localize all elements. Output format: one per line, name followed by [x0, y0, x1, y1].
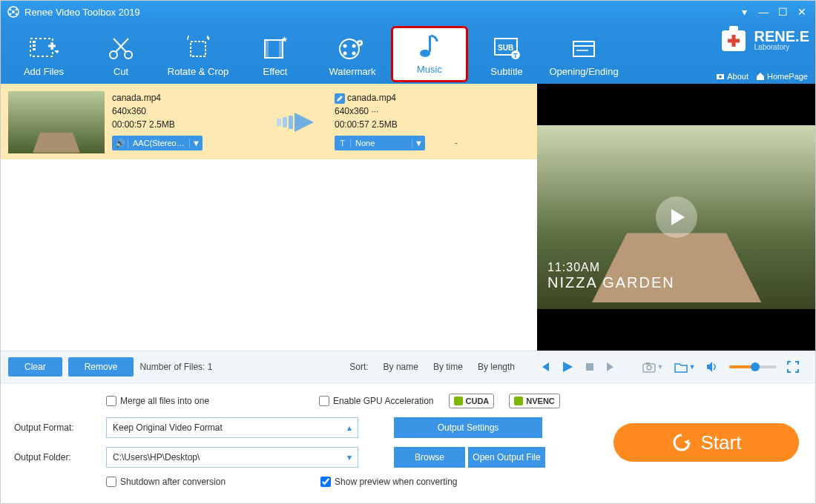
svg-rect-36 — [277, 119, 281, 126]
dropdown-icon[interactable]: ▾ — [737, 6, 751, 18]
dst-file-res: 640x360 ··· — [335, 105, 483, 118]
show-preview-checkbox[interactable]: Show preview when converting — [320, 477, 457, 487]
merge-checkbox[interactable]: Merge all files into one — [106, 396, 209, 406]
camera-icon — [716, 72, 725, 81]
gpu-checkbox[interactable]: Enable GPU Acceleration — [319, 396, 433, 406]
brand-links: About HomePage — [716, 72, 808, 81]
file-list: canada.mp4 640x360 00:00:57 2.5MB 🔊 AAC(… — [1, 84, 537, 351]
add-files-button[interactable]: Add Files — [5, 30, 82, 77]
cuda-badge: CUDA — [449, 394, 495, 408]
chevron-down-icon: ▼ — [189, 139, 203, 147]
volume-slider[interactable] — [729, 365, 777, 368]
rotate-crop-icon — [159, 33, 237, 63]
shutdown-checkbox[interactable]: Shutdown after conversion — [106, 477, 226, 487]
effect-button[interactable]: Effect — [237, 30, 314, 77]
audio-codec-dropdown[interactable]: 🔊 AAC(Stereo 44 ▼ — [112, 136, 203, 150]
sort-by-name[interactable]: By name — [384, 362, 418, 372]
music-icon — [393, 31, 466, 61]
chevron-up-icon: ▴ — [347, 422, 352, 433]
svg-point-22 — [359, 42, 361, 44]
subtitle-dropdown[interactable]: T None ▼ — [335, 136, 425, 150]
brand-block: RENE.E Laboratory — [719, 24, 809, 56]
svg-rect-15 — [279, 40, 283, 58]
content-area: canada.mp4 640x360 00:00:57 2.5MB 🔊 AAC(… — [1, 84, 815, 351]
file-row[interactable]: canada.mp4 640x360 00:00:57 2.5MB 🔊 AAC(… — [1, 84, 537, 160]
svg-rect-29 — [573, 42, 594, 56]
src-file-name: canada.mp4 — [112, 91, 260, 105]
svg-rect-9 — [33, 48, 36, 50]
chevron-down-icon: ▼ — [412, 139, 425, 147]
rotate-crop-label: Rotate & Crop — [159, 66, 237, 77]
stop-button[interactable] — [585, 362, 595, 372]
prev-button[interactable] — [539, 361, 550, 373]
text-icon: T — [335, 139, 351, 147]
svg-point-17 — [343, 44, 347, 47]
speaker-icon: 🔊 — [112, 139, 128, 148]
output-folder-select[interactable]: C:\Users\HP\Desktop\▾ — [106, 447, 358, 468]
output-folder-label: Output Folder: — [14, 452, 96, 462]
svg-point-10 — [110, 51, 117, 59]
output-format-label: Output Format: — [14, 422, 96, 433]
cut-button[interactable]: Cut — [82, 30, 159, 77]
watermark-button[interactable]: Watermark — [314, 30, 391, 77]
svg-text:SUB: SUB — [498, 44, 513, 52]
svg-point-35 — [719, 76, 722, 79]
maximize-button[interactable]: ☐ — [775, 6, 790, 18]
edit-icon[interactable] — [335, 93, 345, 104]
svg-rect-7 — [33, 41, 36, 43]
open-folder-button[interactable]: ▼ — [674, 361, 695, 373]
fullscreen-button[interactable] — [787, 361, 799, 373]
app-logo-icon — [7, 5, 20, 19]
preview-overlay-text: 11:30AM NIZZA GARDEN — [547, 261, 675, 291]
open-output-button[interactable]: Open Output File — [468, 447, 545, 468]
subtitle-label: Subtitle — [468, 66, 545, 77]
svg-point-1 — [12, 10, 15, 13]
play-button[interactable] — [561, 360, 574, 374]
svg-rect-39 — [586, 363, 593, 371]
svg-point-41 — [647, 365, 651, 370]
home-icon — [756, 72, 765, 81]
snapshot-button[interactable]: ▼ — [642, 361, 663, 373]
output-settings-button[interactable]: Output Settings — [394, 417, 542, 438]
dst-file-dur: 00:00:57 2.5MB — [335, 118, 483, 131]
sort-by-length[interactable]: By length — [478, 362, 515, 372]
clear-button[interactable]: Clear — [8, 357, 62, 377]
app-title: Renee Video Toolbox 2019 — [24, 7, 140, 18]
svg-point-2 — [10, 9, 12, 11]
play-overlay-button[interactable] — [656, 196, 697, 238]
start-button[interactable]: Start — [613, 423, 799, 462]
preview-panel: 11:30AM NIZZA GARDEN — [537, 84, 815, 351]
dst-file-name: canada.mp4 — [347, 93, 396, 103]
mid-bar: Clear Remove Number of Files: 1 Sort: By… — [1, 351, 815, 383]
svg-point-3 — [16, 9, 18, 11]
subtitle-button[interactable]: SUBT Subtitle — [468, 30, 545, 77]
svg-rect-8 — [33, 44, 36, 47]
effect-label: Effect — [237, 66, 314, 77]
output-format-select[interactable]: Keep Original Video Format▴ — [106, 417, 358, 438]
sort-label: Sort: — [349, 362, 368, 372]
brand-name: RENE.E — [754, 30, 809, 43]
svg-point-5 — [16, 13, 18, 16]
browse-button[interactable]: Browse — [394, 447, 465, 468]
brand-icon — [719, 24, 750, 56]
close-button[interactable]: ✕ — [794, 6, 809, 18]
watermark-icon — [314, 33, 391, 63]
svg-point-16 — [340, 39, 359, 59]
cut-label: Cut — [82, 66, 159, 77]
svg-point-4 — [10, 13, 12, 16]
minimize-button[interactable]: ― — [756, 6, 771, 18]
music-button[interactable]: Music — [391, 26, 468, 82]
opening-ending-button[interactable]: Opening/Ending — [545, 30, 622, 77]
homepage-link[interactable]: HomePage — [756, 72, 808, 81]
about-link[interactable]: About — [716, 72, 748, 81]
arrow-icon — [268, 91, 327, 153]
remove-button[interactable]: Remove — [68, 357, 134, 377]
src-file-dur: 00:00:57 2.5MB — [112, 118, 260, 131]
sort-by-time[interactable]: By time — [433, 362, 463, 372]
rotate-crop-button[interactable]: Rotate & Crop — [159, 30, 237, 77]
svg-rect-24 — [429, 36, 431, 52]
next-button[interactable] — [605, 361, 617, 373]
volume-icon[interactable] — [705, 361, 719, 373]
chevron-down-icon: ▾ — [347, 452, 352, 462]
svg-point-23 — [420, 50, 430, 57]
